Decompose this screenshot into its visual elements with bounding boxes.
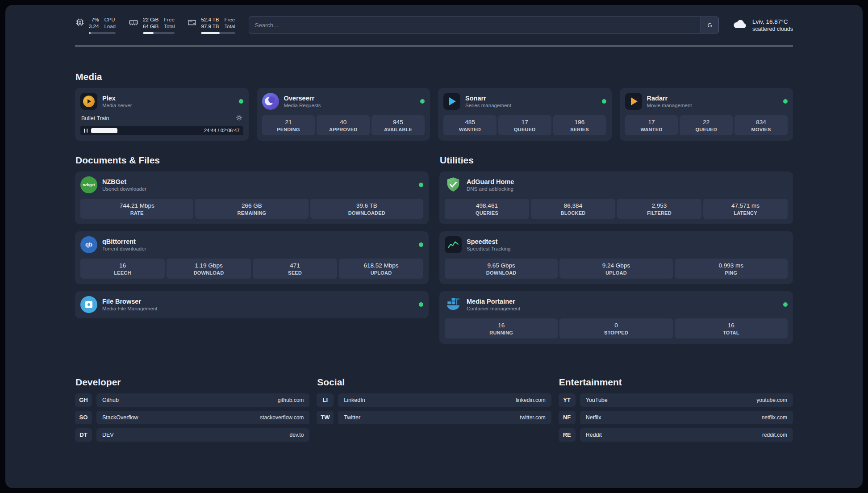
bookmark-link[interactable]: LinkedIn linkedin.com bbox=[338, 393, 551, 407]
disk-meter bbox=[201, 32, 235, 34]
stat-tile: 485 WANTED bbox=[443, 115, 497, 135]
playback-time: 24:44 / 02:06:47 bbox=[204, 128, 240, 133]
app-subtitle: Media File Management bbox=[102, 306, 157, 311]
search-engine-button[interactable]: G bbox=[701, 17, 718, 33]
bookmark-row[interactable]: YT YouTube youtube.com bbox=[559, 393, 793, 407]
bookmark-link[interactable]: Netflix netflix.com bbox=[580, 411, 793, 424]
ram-total-value: 64 GiB bbox=[143, 23, 159, 30]
sonarr-icon bbox=[443, 93, 460, 110]
app-subtitle: Container management bbox=[467, 306, 520, 311]
status-dot bbox=[419, 302, 423, 307]
stat-label: DOWNLOAD bbox=[168, 270, 249, 276]
pause-icon[interactable] bbox=[84, 129, 88, 133]
playback-progress-bar[interactable]: 24:44 / 02:06:47 bbox=[80, 126, 243, 135]
stat-value: 16 bbox=[82, 262, 163, 269]
stat-value: 266 GB bbox=[197, 202, 306, 209]
radarr-card[interactable]: Radarr Movie management 17 WANTED bbox=[620, 88, 793, 141]
status-dot bbox=[239, 99, 243, 104]
bookmark-row[interactable]: SO StackOverflow stackoverflow.com bbox=[75, 411, 309, 424]
bookmark-name: Github bbox=[102, 397, 119, 403]
stat-value: 1.19 Gbps bbox=[168, 262, 249, 269]
bookmark-row[interactable]: LI LinkedIn linkedin.com bbox=[317, 393, 551, 407]
nzbget-card[interactable]: nzbget NZBGet Usenet downloader 744.21 M… bbox=[75, 171, 429, 224]
app-subtitle: Movie management bbox=[647, 103, 692, 108]
stat-value: 39.6 TB bbox=[312, 202, 421, 209]
bookmark-row[interactable]: DT DEV dev.to bbox=[75, 428, 309, 442]
weather-condition: scattered clouds bbox=[752, 26, 793, 32]
weather-location: Lviv, 16.87°C bbox=[752, 18, 793, 25]
ram-free-value: 22 GiB bbox=[143, 17, 159, 23]
stat-label: SERIES bbox=[555, 127, 605, 132]
overseerr-card[interactable]: Overseerr Media Requests 21 PENDING bbox=[257, 88, 430, 141]
bookmark-link[interactable]: Reddit reddit.com bbox=[580, 428, 793, 442]
disk-total-label: Total bbox=[225, 23, 235, 30]
disk-free-label: Free bbox=[225, 17, 235, 23]
speedtest-card[interactable]: Speedtest Speedtest Tracking 9.65 Gbps D… bbox=[439, 231, 793, 284]
bookmark-link[interactable]: Twitter twitter.com bbox=[338, 411, 551, 424]
bookmark-link[interactable]: Github github.com bbox=[96, 393, 309, 407]
bookmark-abbr[interactable]: NF bbox=[559, 411, 576, 424]
overseerr-icon bbox=[262, 93, 279, 110]
developer-bookmarks-section: Developer GH Github github.com bbox=[75, 377, 309, 446]
social-bookmarks-section: Social LI LinkedIn linkedin.com bbox=[317, 377, 551, 428]
stat-value: 17 bbox=[500, 119, 550, 125]
stat-tile: 471 SEED bbox=[253, 259, 337, 279]
app-name: File Browser bbox=[102, 298, 157, 305]
filebrowser-card[interactable]: File Browser Media File Management bbox=[75, 291, 429, 318]
stat-value: 9.24 Gbps bbox=[561, 262, 671, 269]
bookmark-url: linkedin.com bbox=[516, 397, 546, 403]
disk-icon bbox=[187, 17, 197, 29]
search-bar: G bbox=[249, 17, 719, 33]
header-divider bbox=[75, 46, 793, 46]
playback-progress-fill bbox=[91, 128, 117, 133]
portainer-card[interactable]: Media Portainer Container management 16 … bbox=[439, 291, 793, 344]
stat-label: REMAINING bbox=[197, 210, 306, 216]
bookmark-abbr[interactable]: RE bbox=[559, 428, 576, 442]
status-dot bbox=[419, 242, 423, 247]
bookmark-abbr[interactable]: LI bbox=[317, 393, 334, 407]
search-input[interactable] bbox=[249, 17, 701, 33]
filebrowser-icon bbox=[80, 296, 97, 313]
weather-widget[interactable]: Lviv, 16.87°C scattered clouds bbox=[732, 18, 793, 32]
speedtest-graph-icon bbox=[445, 236, 462, 253]
bookmark-abbr[interactable]: TW bbox=[317, 411, 334, 424]
bookmark-abbr[interactable]: DT bbox=[75, 428, 92, 442]
bookmark-name: Reddit bbox=[586, 432, 602, 438]
cloud-icon bbox=[732, 18, 747, 32]
bookmark-name: DEV bbox=[102, 432, 114, 438]
stat-label: LEECH bbox=[82, 270, 163, 276]
qbittorrent-card[interactable]: qb qBittorrent Torrent downloader 16 bbox=[75, 231, 429, 284]
stat-label: TOTAL bbox=[676, 330, 786, 335]
bookmark-abbr[interactable]: SO bbox=[75, 411, 92, 424]
stat-tile: 0.993 ms PING bbox=[675, 259, 788, 279]
plex-card[interactable]: Plex Media server Bullet Train bbox=[75, 88, 249, 141]
app-name: Media Portainer bbox=[467, 298, 520, 305]
bookmark-link[interactable]: YouTube youtube.com bbox=[580, 393, 793, 407]
bookmark-row[interactable]: GH Github github.com bbox=[75, 393, 309, 407]
system-metrics: 7% 3.24 CPU Load bbox=[75, 17, 235, 34]
bookmark-row[interactable]: RE Reddit reddit.com bbox=[559, 428, 793, 442]
stat-tile: 196 SERIES bbox=[553, 115, 606, 135]
adguard-card[interactable]: AdGuard Home DNS and adblocking 498,461 … bbox=[439, 171, 793, 224]
bookmark-abbr[interactable]: GH bbox=[75, 393, 92, 407]
app-name: AdGuard Home bbox=[467, 178, 514, 185]
app-name: Radarr bbox=[647, 95, 692, 102]
stat-label: WANTED bbox=[445, 127, 495, 132]
gear-icon[interactable] bbox=[236, 114, 242, 122]
bookmark-url: dev.to bbox=[290, 432, 304, 438]
app-subtitle: DNS and adblocking bbox=[467, 186, 514, 192]
app-name: qBittorrent bbox=[102, 238, 146, 245]
stat-tile: 744.21 Mbps RATE bbox=[80, 199, 193, 219]
ram-free-label: Free bbox=[164, 17, 175, 23]
stat-label: RUNNING bbox=[447, 330, 556, 335]
bookmark-link[interactable]: DEV dev.to bbox=[96, 428, 309, 442]
bookmark-link[interactable]: StackOverflow stackoverflow.com bbox=[96, 411, 309, 424]
sonarr-card[interactable]: Sonarr Series management 485 WANTED bbox=[438, 88, 612, 141]
stat-label: UPLOAD bbox=[341, 270, 421, 276]
bookmark-abbr[interactable]: YT bbox=[559, 393, 576, 407]
bookmark-row[interactable]: TW Twitter twitter.com bbox=[317, 411, 551, 424]
bookmark-row[interactable]: NF Netflix netflix.com bbox=[559, 411, 793, 424]
bookmark-name: StackOverflow bbox=[102, 414, 138, 421]
bookmark-name: Netflix bbox=[586, 414, 601, 421]
stat-tile: 39.6 TB DOWNLOADED bbox=[310, 199, 423, 219]
